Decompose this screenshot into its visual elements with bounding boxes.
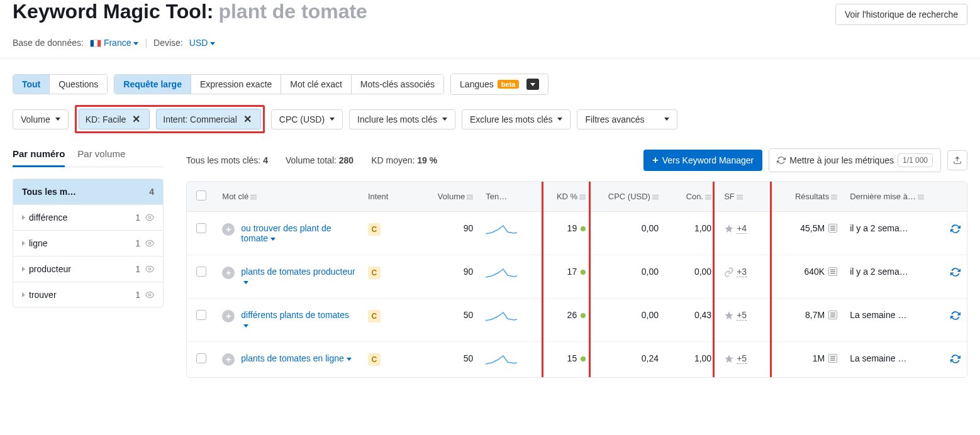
col-results[interactable]: Résultats <box>795 192 829 201</box>
eye-icon[interactable] <box>145 290 154 299</box>
close-icon[interactable]: ✕ <box>130 113 143 125</box>
updated-value: il y a 2 sema… <box>844 212 943 255</box>
sf-value[interactable]: +4 <box>724 223 747 234</box>
add-keyword-button[interactable]: + <box>222 267 235 279</box>
currency-selector[interactable]: USD <box>189 38 216 48</box>
volume-value: 50 <box>413 342 479 378</box>
col-cpc[interactable]: CPC (USD) <box>608 192 650 201</box>
eye-icon[interactable] <box>145 213 154 222</box>
row-checkbox[interactable] <box>196 223 206 233</box>
chevron-down-icon <box>210 42 215 45</box>
filter-advanced[interactable]: Filtres avancés <box>577 109 677 129</box>
history-button[interactable]: Voir l'historique de recherche <box>835 4 967 25</box>
chip-kd[interactable]: KD: Facile✕ <box>79 109 150 129</box>
chevron-down-icon[interactable] <box>243 281 248 284</box>
stat-total-volume: Volume total: 280 <box>286 155 354 165</box>
refresh-row-button[interactable] <box>950 267 961 277</box>
sort-icon <box>652 195 659 200</box>
filter-exclude[interactable]: Exclure les mots clés <box>462 109 571 129</box>
sf-value[interactable]: +5 <box>724 353 747 364</box>
languages-selector[interactable]: Langues beta <box>450 74 548 95</box>
refresh-row-button[interactable] <box>950 354 961 364</box>
cpc-value: 0,00 <box>592 299 665 342</box>
eye-icon[interactable] <box>145 265 154 273</box>
row-checkbox[interactable] <box>196 267 206 277</box>
tab-by-number[interactable]: Par numéro <box>13 148 65 167</box>
tab-exact-kw[interactable]: Mot clé exact <box>281 75 351 94</box>
keyword-link[interactable]: ou trouver des plant de tomate <box>241 223 331 243</box>
eye-icon[interactable] <box>145 239 154 248</box>
svg-point-1 <box>148 242 151 245</box>
keyword-link[interactable]: plants de tomates producteur <box>241 267 355 277</box>
col-comp[interactable]: Con. <box>686 192 703 201</box>
chip-intent[interactable]: Intent: Commercial✕ <box>156 109 260 129</box>
highlight-box: KD: Facile✕ Intent: Commercial✕ <box>75 105 265 133</box>
col-keyword[interactable]: Mot clé <box>222 192 248 201</box>
volume-value: 90 <box>413 212 479 255</box>
results-value[interactable]: 1M <box>813 353 837 363</box>
col-updated[interactable]: Dernière mise à… <box>850 192 916 201</box>
col-intent[interactable]: Intent <box>368 192 389 201</box>
chevron-down-icon[interactable] <box>347 358 352 361</box>
chevron-right-icon <box>22 215 25 220</box>
cpc-value: 0,00 <box>592 255 665 299</box>
group-item[interactable]: producteur 1 <box>13 256 163 282</box>
row-checkbox[interactable] <box>196 353 206 363</box>
keyword-link[interactable]: plants de tomates en ligne <box>241 353 343 363</box>
tab-tout[interactable]: Tout <box>13 75 50 94</box>
results-value[interactable]: 8,7M <box>805 310 837 320</box>
chevron-down-icon[interactable] <box>270 238 276 241</box>
filter-cpc[interactable]: CPC (USD) <box>271 109 343 129</box>
tool-title: Keyword Magic Tool: <box>13 0 213 23</box>
add-keyword-button[interactable]: + <box>222 353 235 366</box>
serp-icon <box>828 267 837 276</box>
refresh-metrics-button[interactable]: Mettre à jour les métriques 1/1 000 <box>769 148 941 172</box>
col-sf[interactable]: SF <box>724 192 735 201</box>
group-all[interactable]: Tous les m… 4 <box>13 179 163 205</box>
sort-icon <box>579 195 586 200</box>
filter-include[interactable]: Inclure les mots clés <box>349 109 455 129</box>
filter-volume[interactable]: Volume <box>13 109 69 129</box>
tab-questions[interactable]: Questions <box>50 75 107 94</box>
refresh-row-button[interactable] <box>950 224 961 234</box>
chevron-down-icon <box>330 118 335 121</box>
svg-point-0 <box>148 216 151 219</box>
chevron-down-icon[interactable] <box>243 324 248 328</box>
col-volume[interactable]: Volume <box>438 192 465 201</box>
tab-broad[interactable]: Requête large <box>114 75 191 94</box>
add-keyword-button[interactable]: + <box>222 223 235 236</box>
tab-by-volume[interactable]: Par volume <box>77 148 125 167</box>
trend-sparkline <box>486 267 517 279</box>
chevron-down-icon <box>133 42 138 45</box>
results-value[interactable]: 45,5M <box>800 223 837 233</box>
table-row: +plants de tomates producteurC90170,000,… <box>187 255 967 299</box>
divider <box>0 58 980 58</box>
to-keyword-manager-button[interactable]: +Vers Keyword Manager <box>643 150 762 171</box>
group-sort-tabs: Par numéro Par volume <box>13 148 164 167</box>
export-button[interactable] <box>947 150 967 170</box>
group-item[interactable]: différence 1 <box>13 205 163 231</box>
row-checkbox[interactable] <box>196 310 206 320</box>
kd-dot-icon <box>581 270 586 275</box>
group-item[interactable]: trouver 1 <box>13 282 163 307</box>
star-icon <box>724 311 734 321</box>
export-icon <box>953 156 962 165</box>
group-item[interactable]: ligne 1 <box>13 231 163 256</box>
chevron-down-icon <box>55 118 60 121</box>
flag-france-icon <box>90 40 101 47</box>
sf-value[interactable]: +3 <box>724 267 747 277</box>
add-keyword-button[interactable]: + <box>222 310 235 322</box>
comp-value: 0,00 <box>665 255 718 299</box>
database-selector[interactable]: France <box>90 38 139 48</box>
tab-exact-phrase[interactable]: Expression exacte <box>191 75 281 94</box>
sf-value[interactable]: +5 <box>724 310 747 321</box>
stat-total-kw: Tous les mots clés: 4 <box>186 155 268 165</box>
col-trend[interactable]: Ten… <box>486 192 507 201</box>
select-all-checkbox[interactable] <box>196 190 206 201</box>
close-icon[interactable]: ✕ <box>241 113 254 125</box>
col-kd[interactable]: KD % <box>557 192 577 201</box>
tab-related[interactable]: Mots-clés associés <box>352 75 443 94</box>
keyword-link[interactable]: différents plants de tomates <box>241 310 349 320</box>
results-value[interactable]: 640K <box>804 267 837 277</box>
refresh-row-button[interactable] <box>950 311 961 321</box>
